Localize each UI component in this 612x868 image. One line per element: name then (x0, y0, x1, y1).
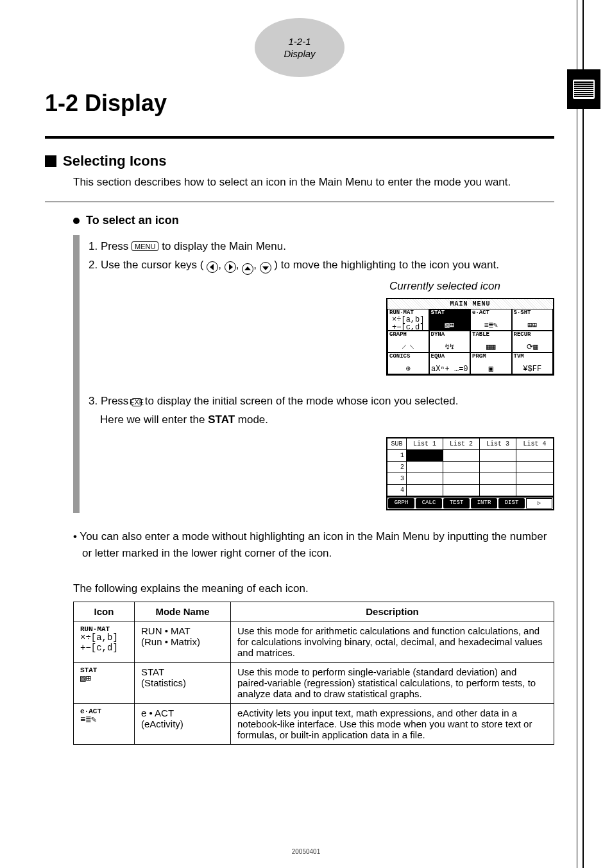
sep1: , (218, 259, 224, 271)
th-desc: Description (231, 602, 554, 621)
menu-cell-glyph: ▣ (472, 365, 510, 373)
menu-cell-equa: EQUAaXⁿ+ …=0 (429, 352, 471, 374)
stat-cell (516, 485, 553, 496)
step-1-pre: 1. Press (89, 240, 132, 252)
section-bullet-icon (45, 155, 56, 167)
page-header-badge: 1-2-1 Display (255, 18, 344, 77)
procedure-bullet-icon (73, 218, 80, 224)
th-mode: Mode Name (135, 602, 231, 621)
menu-cell-glyph: ↯↯ (431, 343, 469, 351)
menu-cell-stat: STAT▧⊞ (429, 309, 471, 331)
menu-cell-label: EQUA (431, 354, 469, 360)
description-cell: eActivity lets you input text, math expr… (231, 704, 554, 745)
table-lead: The following explains the meaning of ea… (45, 582, 554, 595)
menu-title: MAIN MENU (387, 299, 553, 309)
mode-name-cell: STAT (Statistics) (135, 663, 231, 704)
menu-cell-recur: RECUR⟳▦ (512, 331, 554, 352)
icon-cell: STAT▧⊞ (74, 663, 135, 704)
icon-meaning-table: Icon Mode Name Description RUN·MAT×÷[a,b… (73, 602, 554, 745)
stat-cell (480, 462, 516, 473)
stat-cell (407, 450, 443, 462)
stat-col-header: List 1 (407, 438, 443, 450)
stat-col-header: List 3 (480, 438, 516, 450)
main-menu-screen: MAIN MENU RUN·MAT×÷[a,b] +−[c,d]STAT▧⊞e·… (386, 298, 554, 376)
menu-cell-label: RECUR (514, 332, 552, 338)
table-row: 4 (387, 485, 553, 496)
header-section-name: Display (284, 48, 315, 60)
description-cell: Use this mode for arithmetic calculation… (231, 621, 554, 663)
table-row: STAT▧⊞STAT (Statistics)Use this mode to … (74, 663, 554, 704)
softkey-test: TEST (443, 498, 470, 508)
table-row: 3 (387, 473, 553, 485)
step-2-pre: 2. Use the cursor keys ( (89, 259, 204, 271)
tip-note: • You can also enter a mode without high… (54, 528, 554, 562)
procedure-block: 1. Press MENU to display the Main Menu. … (73, 235, 554, 513)
step-3b-pre: Here we will enter the (100, 413, 208, 426)
stat-cell (407, 485, 443, 496)
menu-key-icon: MENU (132, 241, 158, 251)
cursor-up-key-icon (242, 263, 253, 275)
softkey-: ▷ (526, 498, 552, 508)
stat-cell (407, 462, 443, 473)
softkey-intr: INTR (471, 498, 497, 508)
menu-cell-glyph: ⊞⊞ (514, 322, 552, 329)
menu-cell-label: e·ACT (472, 310, 510, 316)
stat-col-header: List 4 (516, 438, 553, 450)
stat-row-index: 1 (387, 450, 407, 462)
sep2: , (236, 259, 242, 271)
stat-cell (516, 462, 553, 473)
step-3-line1: 3. Press EXE to display the initial scre… (89, 392, 554, 411)
stat-row-index: 4 (387, 485, 407, 496)
table-row: RUN·MAT×÷[a,b] +−[c,d]RUN • MAT (Run • M… (74, 621, 554, 663)
stat-cell (516, 450, 553, 462)
softkey-calc: CALC (416, 498, 442, 508)
stat-cell (443, 485, 480, 496)
stat-cell (480, 485, 516, 496)
softkey-grph: GRPH (388, 498, 414, 508)
menu-cell-glyph: ¥$FF (514, 365, 552, 373)
page-title: 1-2 Display (45, 90, 554, 117)
menu-cell-label: S·SHT (514, 310, 552, 316)
step-1-post: to display the Main Menu. (162, 240, 286, 252)
menu-cell-table: TABLE▦▦ (470, 331, 512, 352)
menu-cell-ssht: S·SHT⊞⊞ (512, 309, 554, 331)
icon-cell-glyph: ▧⊞ (80, 673, 91, 684)
menu-cell-label: STAT (431, 310, 469, 316)
step-1: 1. Press MENU to display the Main Menu. (89, 238, 554, 256)
header-section-number: 1-2-1 (288, 35, 310, 48)
section-intro: This section describes how to select an … (73, 176, 554, 189)
step-3b-post: mode. (238, 413, 268, 426)
menu-cell-runmat: RUN·MAT×÷[a,b] +−[c,d] (387, 309, 429, 331)
stat-cell (516, 473, 553, 485)
stat-cell (443, 473, 480, 485)
mode-name-cell: e • ACT (eActivity) (135, 704, 231, 745)
cursor-right-key-icon (225, 261, 236, 273)
cursor-down-key-icon (260, 262, 271, 273)
stat-mode-screen: SUBList 1List 2List 3List 4 1234 GRPHCAL… (386, 437, 554, 510)
exe-key-icon: EXE (132, 398, 142, 406)
menu-cell-glyph: ⟋⟍ (389, 343, 427, 351)
table-row: 2 (387, 462, 553, 473)
rule-heavy (45, 136, 554, 139)
icon-cell-glyph: ≡≣✎ (80, 715, 96, 725)
menu-cell-glyph: ⊕ (389, 365, 427, 373)
stat-row-index: 2 (387, 462, 407, 473)
step-3b-stat: STAT (208, 413, 235, 426)
th-icon: Icon (74, 602, 135, 621)
mode-name-cell: RUN • MAT (Run • Matrix) (135, 621, 231, 663)
step-3-line2: Here we will enter the STAT mode. (89, 411, 554, 430)
menu-cell-graph: GRAPH⟋⟍ (387, 331, 429, 352)
stat-sub-label: SUB (387, 438, 407, 450)
stat-cell (443, 450, 480, 462)
softkey-dist: DIST (498, 498, 525, 508)
stat-row-index: 3 (387, 473, 407, 485)
icon-cell-glyph: ×÷[a,b] +−[c,d] (80, 632, 118, 652)
menu-cell-label: PRGM (472, 354, 510, 360)
menu-cell-eact: e·ACT≡≣✎ (470, 309, 512, 331)
table-row: 1 (387, 450, 553, 462)
sep3: , (253, 259, 259, 271)
menu-cell-dyna: DYNA↯↯ (429, 331, 471, 352)
menu-cell-label: TABLE (472, 332, 510, 338)
step-2: 2. Use the cursor keys ( , , , ) to move… (89, 256, 554, 275)
step-2-post: ) to move the highlighting to the icon y… (274, 259, 499, 271)
